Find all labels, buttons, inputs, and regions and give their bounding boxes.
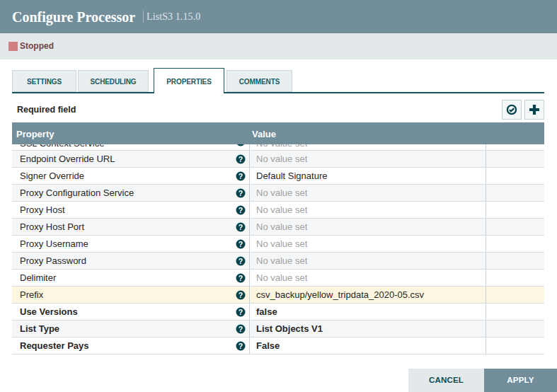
svg-text:?: ? xyxy=(239,144,243,146)
svg-text:?: ? xyxy=(239,223,243,231)
svg-text:?: ? xyxy=(239,240,243,248)
svg-text:?: ? xyxy=(239,274,243,282)
svg-text:?: ? xyxy=(239,172,243,180)
svg-text:?: ? xyxy=(239,291,243,299)
svg-text:?: ? xyxy=(239,342,243,350)
svg-text:?: ? xyxy=(239,206,243,214)
svg-text:?: ? xyxy=(239,155,243,163)
svg-text:?: ? xyxy=(239,308,243,316)
svg-text:?: ? xyxy=(239,325,243,333)
svg-text:?: ? xyxy=(239,189,243,197)
svg-text:?: ? xyxy=(239,257,243,265)
